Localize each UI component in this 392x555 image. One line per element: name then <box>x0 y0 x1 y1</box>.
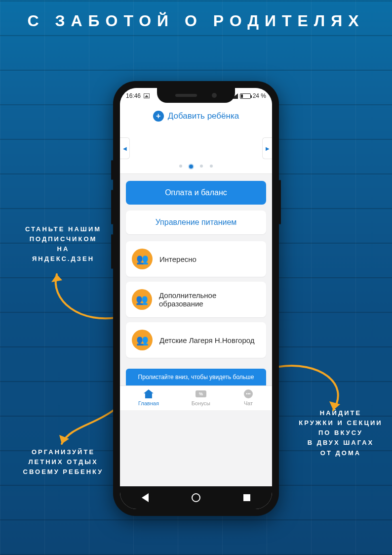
tab-bar: Главная Бонусы Чат <box>120 385 272 410</box>
scroll-hint: Пролистайте вниз, чтобы увидеть больше <box>126 369 266 385</box>
nav-back-icon[interactable] <box>142 493 149 502</box>
meals-button[interactable]: Управление питанием <box>126 211 266 234</box>
nav-home-icon[interactable] <box>192 493 200 502</box>
plus-icon: + <box>153 111 164 122</box>
row-label: Интересно <box>159 255 196 263</box>
callout-subscribe: СТАНЬТЕ НАШИМ ПОДПИСЧИКОМ НА ЯНДЕКС.ДЗЕН <box>16 224 110 264</box>
phone-side-button <box>111 234 113 269</box>
android-nav-bar <box>120 486 272 509</box>
nav-recent-icon[interactable] <box>243 494 250 501</box>
page-title: С ЗАБОТОЙ О РОДИТЕЛЯХ <box>0 12 392 30</box>
carousel-next-button[interactable]: ▶ <box>262 137 272 159</box>
row-label: Детские Лагеря Н.Новгород <box>159 336 255 344</box>
carousel-dot[interactable] <box>200 165 203 168</box>
add-child-button[interactable]: + Добавить ребёнка <box>120 104 272 127</box>
tab-chat[interactable]: Чат <box>243 389 254 406</box>
row-education[interactable]: 👥 Дополнительное образование <box>126 282 266 317</box>
phone-side-button <box>279 180 281 224</box>
status-time: 16:46 <box>126 92 141 99</box>
phone-side-button <box>111 160 113 180</box>
phone-notch <box>157 88 235 103</box>
carousel-dot[interactable] <box>179 165 182 168</box>
tab-label: Чат <box>244 400 253 406</box>
callout-vacation: ОРГАНИЗУЙТЕ ЛЕТНИХ ОТДЫХ СВОЕМУ РЕБЕНКУ <box>14 447 113 477</box>
svg-marker-0 <box>51 274 62 282</box>
tab-label: Бонусы <box>192 400 210 406</box>
status-battery: 24 % <box>253 92 266 99</box>
people-icon: 👥 <box>132 330 153 350</box>
phone-side-button <box>111 190 113 224</box>
arrow-clubs-icon <box>274 356 358 415</box>
row-interesting[interactable]: 👥 Интересно <box>126 241 266 277</box>
carousel-dots <box>120 165 272 169</box>
people-icon: 👥 <box>132 249 153 269</box>
carousel-dot-active[interactable] <box>189 165 193 169</box>
phone-mockup: 16:46 24 % + Добавить ребёнка ◀ ▶ <box>113 81 279 516</box>
phone-screen: 16:46 24 % + Добавить ребёнка ◀ ▶ <box>120 88 272 509</box>
tab-label: Главная <box>138 400 159 406</box>
home-icon <box>143 389 154 399</box>
chat-icon <box>243 389 254 399</box>
picture-icon <box>144 93 150 98</box>
row-label: Дополнительное образование <box>159 291 260 308</box>
carousel-dot[interactable] <box>210 165 213 168</box>
battery-icon <box>240 93 251 99</box>
tab-home[interactable]: Главная <box>138 389 159 406</box>
callout-clubs: НАЙДИТЕ КРУЖКИ И СЕКЦИИ ПО ВКУСУ В ДВУХ … <box>294 408 388 458</box>
add-child-label: Добавить ребёнка <box>168 111 239 121</box>
svg-marker-2 <box>329 401 340 410</box>
people-icon: 👥 <box>132 289 152 310</box>
carousel-prev-button[interactable]: ◀ <box>120 137 130 159</box>
child-carousel[interactable]: ◀ ▶ <box>120 127 272 174</box>
app-content: + Добавить ребёнка ◀ ▶ Оплата и баланс У… <box>120 104 272 486</box>
ticket-icon <box>196 389 206 399</box>
row-camps[interactable]: 👥 Детские Лагеря Н.Новгород <box>126 322 266 358</box>
balance-button[interactable]: Оплата и баланс <box>126 181 266 205</box>
tab-bonuses[interactable]: Бонусы <box>192 389 210 406</box>
